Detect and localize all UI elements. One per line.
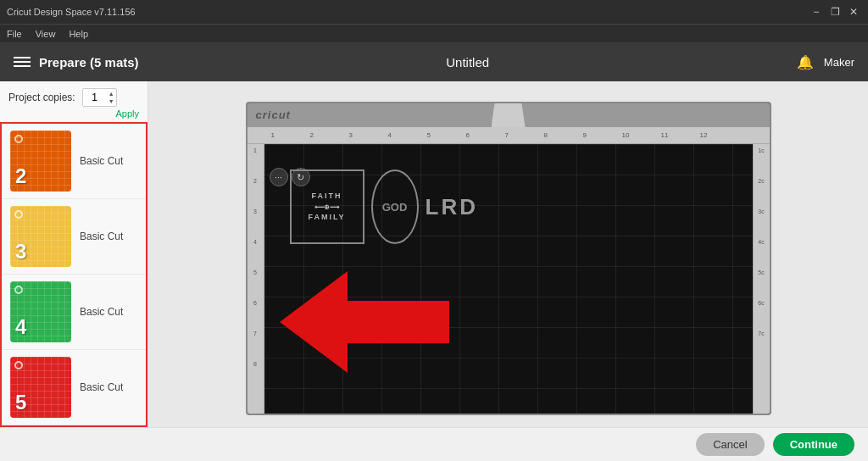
hamburger-line-3 <box>14 65 31 67</box>
ruler-top-4: 4 <box>388 131 427 139</box>
mat-ruler-top: 1 2 3 4 5 6 7 8 9 10 11 12 <box>248 127 770 144</box>
ruler-top-1: 1 <box>271 131 310 139</box>
copies-up-arrow[interactable]: ▲ <box>107 90 116 97</box>
ruler-top-9: 9 <box>583 131 622 139</box>
copies-down-arrow[interactable]: ▼ <box>107 97 116 105</box>
ruler-top-8: 8 <box>544 131 583 139</box>
mat-thumb-4: 4 <box>10 281 71 342</box>
mat-label-3: Basic Cut <box>80 230 123 242</box>
mat-item-2[interactable]: 2 Basic Cut <box>2 124 146 199</box>
menu-file[interactable]: File <box>7 29 22 39</box>
mat-top-notch <box>492 103 526 127</box>
mat-circle-5 <box>14 361 23 369</box>
ruler-top-11: 11 <box>661 131 700 139</box>
maximize-button[interactable]: ❐ <box>827 4 843 19</box>
mat-item-3[interactable]: 3 Basic Cut <box>2 199 146 275</box>
ruler-left-5: 5 <box>253 269 257 300</box>
mat-number-4: 4 <box>15 315 26 339</box>
title-bar-left: Cricut Design Space v7.11.156 <box>7 7 136 17</box>
bell-icon[interactable]: 🔔 <box>797 54 814 70</box>
ruler-left-3: 3 <box>253 208 257 239</box>
ruler-top-12: 12 <box>700 131 739 139</box>
mat-ruler-left: 1 2 3 4 5 6 7 8 <box>248 144 264 414</box>
title-bar: Cricut Design Space v7.11.156 − ❐ ✕ <box>0 0 868 24</box>
ruler-right-2c: 2c <box>758 178 764 208</box>
project-copies-row: Project copies: ▲ ▼ <box>0 81 147 108</box>
sidebar: Project copies: ▲ ▼ Apply 2 Basic Cut <box>0 81 148 427</box>
ruler-right-4c: 4c <box>758 239 764 269</box>
mat-item-4[interactable]: 4 Basic Cut <box>2 275 146 350</box>
god-design: GOD <box>371 169 419 244</box>
faith-family-design: FAITH ⟵⊕⟶ FAMILY <box>290 169 364 244</box>
continue-button[interactable]: Continue <box>773 433 854 456</box>
header-center-title: Untitled <box>446 55 489 69</box>
mat-circle-3 <box>14 210 23 219</box>
ruler-top-6: 6 <box>466 131 505 139</box>
copies-input-wrap: ▲ ▼ <box>82 88 117 107</box>
menu-view[interactable]: View <box>36 29 56 39</box>
hamburger-menu[interactable] <box>14 57 31 67</box>
mat-circle-2 <box>14 135 23 143</box>
hamburger-line-2 <box>14 61 31 63</box>
apply-link[interactable]: Apply <box>0 108 147 122</box>
design-group: FAITH ⟵⊕⟶ FAMILY GOD LRD <box>290 169 478 244</box>
cancel-button[interactable]: Cancel <box>696 433 764 456</box>
ruler-left-7: 7 <box>253 330 257 361</box>
mat-item-5[interactable]: 5 Basic Cut <box>2 350 146 425</box>
mat-number-2: 2 <box>15 164 26 188</box>
lrd-text: LRD <box>426 194 478 220</box>
cricut-logo: cricut <box>256 108 291 121</box>
project-copies-label: Project copies: <box>8 92 75 103</box>
menu-help[interactable]: Help <box>69 29 88 39</box>
ruler-left-8: 8 <box>253 361 257 392</box>
ruler-right-1c: 1c <box>758 147 764 178</box>
ruler-top-3: 3 <box>349 131 388 139</box>
maker-label: Maker <box>824 56 854 69</box>
header-left: Prepare (5 mats) <box>14 55 139 69</box>
svg-marker-0 <box>280 271 449 373</box>
ruler-top-5: 5 <box>427 131 466 139</box>
mat-label-5: Basic Cut <box>80 381 123 393</box>
mat-label-4: Basic Cut <box>80 306 123 318</box>
ruler-numbers-top: 1 2 3 4 5 6 7 8 9 10 11 12 <box>271 131 739 139</box>
title-bar-controls: − ❐ ✕ <box>809 4 861 19</box>
app-header: Prepare (5 mats) Untitled 🔔 Maker <box>0 42 868 81</box>
mat-more-button[interactable]: ··· <box>270 168 288 186</box>
ruler-top-2: 2 <box>310 131 349 139</box>
ruler-right-7c: 7c <box>758 330 764 361</box>
mat-header: cricut <box>248 103 770 127</box>
mat-number-5: 5 <box>15 391 26 414</box>
ruler-left-1: 1 <box>253 147 257 178</box>
mat-thumb-2: 2 <box>10 131 71 192</box>
copies-input[interactable] <box>83 89 107 106</box>
title-bar-title: Cricut Design Space v7.11.156 <box>7 7 136 17</box>
header-title: Prepare (5 mats) <box>39 55 139 69</box>
copies-arrows: ▲ ▼ <box>107 90 116 105</box>
minimize-button[interactable]: − <box>809 4 824 19</box>
header-right: 🔔 Maker <box>797 54 854 70</box>
ruler-right-6c: 6c <box>758 300 764 330</box>
mat-thumb-3: 3 <box>10 206 71 267</box>
god-text: GOD <box>382 201 408 214</box>
ruler-left-4: 4 <box>253 239 257 269</box>
red-arrow <box>280 271 449 376</box>
mat-circle-4 <box>14 286 23 294</box>
ruler-left-2: 2 <box>253 178 257 208</box>
ruler-right-5c: 5c <box>758 269 764 300</box>
sidebar-mat-list: 2 Basic Cut 3 Basic Cut 4 <box>0 122 147 427</box>
canvas-area: cricut 1 2 3 4 5 6 7 8 9 10 1 <box>148 81 868 427</box>
close-button[interactable]: ✕ <box>846 4 861 19</box>
ruler-left-6: 6 <box>253 300 257 330</box>
mat-label-2: Basic Cut <box>80 155 123 167</box>
mat-thumb-5: 5 <box>10 357 71 418</box>
ruler-top-10: 10 <box>622 131 661 139</box>
main-content: Project copies: ▲ ▼ Apply 2 Basic Cut <box>0 81 868 427</box>
mat-ruler-right: 1c 2c 3c 4c 5c 6c 7c <box>753 144 770 414</box>
ruler-top-7: 7 <box>505 131 544 139</box>
ruler-right-3c: 3c <box>758 208 764 239</box>
mat-number-3: 3 <box>15 240 26 264</box>
lrd-design: LRD <box>426 194 478 220</box>
bottom-bar: Cancel Continue <box>0 427 868 461</box>
faith-text: FAITH ⟵⊕⟶ FAMILY <box>308 191 345 223</box>
hamburger-line-1 <box>14 57 31 58</box>
